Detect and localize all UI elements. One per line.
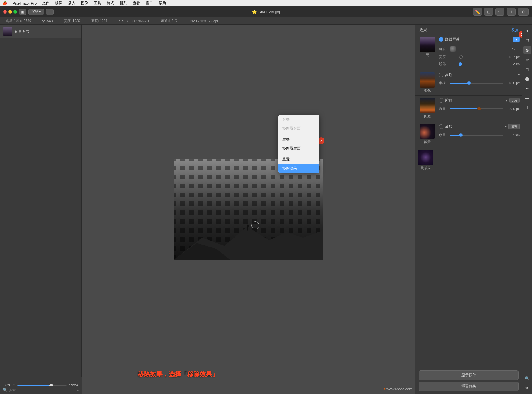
zoom-dropdown-arrow[interactable]: ▾	[506, 98, 508, 102]
menu-view[interactable]: 查看	[130, 0, 142, 6]
effect-zoom-name: 缩放	[445, 98, 504, 103]
effect-rotate-preview: 散景	[418, 124, 437, 144]
add-effect-button[interactable]: 添加	[511, 28, 518, 33]
width-value: 13.7 px	[506, 55, 520, 59]
effect-zoom-checkbox[interactable]	[439, 98, 443, 103]
menu-pixelmator[interactable]: Pixelmator Pro	[10, 0, 39, 6]
menu-format[interactable]: 格式	[105, 0, 116, 6]
effect-rotate-content: 旋转 ▾ 编辑 数量 10%	[439, 124, 520, 139]
rotate-amount-value: 10%	[506, 133, 520, 137]
vignette-width-row: 宽度 13.7 px	[439, 53, 520, 61]
zoom-amount-value: 20.0 px	[506, 107, 520, 111]
effect-rotate-thumb	[420, 124, 435, 139]
effect-blur-content: 高斯 ▾ 半径 10.0 px	[439, 72, 520, 87]
menu-arrange[interactable]: 排列	[118, 0, 129, 6]
menu-insert[interactable]: 插入	[66, 0, 78, 6]
far-right-toolbar: ✦ ⬚ ⊕ ✏ ◻ ⬤ ✒ ▬ T 🔍 ≫	[522, 25, 532, 394]
blur-radius-row: 半径 10.0 px	[439, 80, 520, 87]
menu-bar: 🍎 Pixelmator Pro 文件 编辑 插入 图像 工具 格式 排列 查看…	[0, 0, 532, 6]
select-tool-btn[interactable]: ✦	[523, 27, 531, 35]
effect-rotate-checkbox[interactable]	[439, 124, 443, 129]
zoom-amount-label: 数量	[439, 106, 447, 111]
show-original-btn[interactable]: 显示原件	[419, 370, 519, 380]
image-width: 宽度: 1920	[64, 19, 80, 23]
effect-rotate-edit-btn[interactable]: 编辑	[508, 124, 520, 129]
effect-zoom-row: 闪耀 缩放 ▾ true 数量 20.0 px	[415, 97, 522, 120]
menu-window[interactable]: 窗口	[143, 0, 155, 6]
effect-zoom-content: 缩放 ▾ true 数量 20.0 px	[439, 98, 520, 112]
effects-tool-btn[interactable]: ⊕	[523, 46, 531, 54]
rotate-amount-row: 数量 10%	[439, 132, 520, 139]
share-btn[interactable]: ⬆	[507, 8, 516, 16]
effect-zoom-thumb	[420, 98, 435, 113]
brush-tool-btn[interactable]: ✏️	[473, 8, 482, 16]
zoom-selector[interactable]: 40% ▾	[28, 9, 44, 15]
rotate-dropdown-arrow[interactable]: ▾	[505, 125, 507, 129]
shape-rect-btn[interactable]: ▬	[523, 94, 531, 102]
canvas-bg-halftone	[174, 159, 323, 260]
crop-btn[interactable]: ⊡	[484, 8, 493, 16]
blur-radius-label: 半径	[439, 81, 447, 86]
effect-rotate-name: 旋转	[445, 124, 503, 129]
apple-logo[interactable]: 🍎	[2, 1, 7, 5]
zoom-value: 40%	[31, 10, 38, 14]
vignette-sharpness-row: 锐化 20%	[439, 61, 520, 68]
cursor-y: y: -548	[42, 19, 53, 23]
paint-tool-btn[interactable]: ✏	[523, 56, 531, 64]
section-divider-4	[415, 147, 522, 147]
title-bar: ▣ 40% ▾ + ⭐ Star Field.jpg ✏️ ⊡ ↑□ ⬆ ⚙	[0, 6, 532, 17]
view-toggle[interactable]: ▣	[19, 9, 26, 15]
angle-label: 角度	[439, 47, 447, 52]
effect-zoom-edit-btn[interactable]: true	[509, 98, 520, 103]
text-tool-btn[interactable]: T	[523, 104, 531, 111]
effect-blur-checkbox[interactable]	[439, 73, 443, 77]
zoom-amount-slider[interactable]	[450, 108, 503, 109]
more-effects-row: 曼茶罗	[415, 148, 522, 172]
effect-vignette-checkbox[interactable]: ✓	[439, 37, 443, 42]
effect-vignette-dropdown-btn[interactable]: ▾	[513, 37, 520, 42]
maximize-button[interactable]	[13, 10, 17, 14]
canvas-image	[174, 159, 323, 260]
effect-mandala-thumb	[418, 150, 433, 165]
effect-blur-name-row: 高斯 ▾	[439, 72, 520, 77]
list-icon[interactable]: ≡	[76, 388, 79, 392]
layer-thumbnail	[3, 27, 12, 36]
settings-btn[interactable]: ⚙	[518, 8, 529, 16]
menu-image[interactable]: 图像	[79, 0, 91, 6]
window-title: ⭐ Star Field.jpg	[252, 10, 280, 14]
vignette-width-slider[interactable]	[450, 57, 503, 57]
blur-radius-slider[interactable]	[450, 83, 503, 84]
layer-item[interactable]: 背景图层	[0, 25, 81, 38]
dimensions: 1920 x 1281 72 dpi	[189, 19, 218, 23]
view-toggle-icon: ▣	[21, 10, 24, 14]
color-picker-btn[interactable]: 🔍	[523, 374, 531, 382]
close-button[interactable]	[3, 10, 7, 14]
left-panel: 背景图层 正常 ▲▼ 100% 🔍 ≡	[0, 25, 82, 394]
cursor-x: 光标位置 x: 2739	[6, 19, 31, 23]
menu-file[interactable]: 文件	[40, 0, 52, 6]
minimize-button[interactable]	[8, 10, 12, 14]
menu-edit[interactable]: 编辑	[53, 0, 65, 6]
section-divider-3	[415, 121, 522, 121]
eraser-tool-btn[interactable]: ◻	[523, 65, 531, 73]
canvas-area[interactable]: 移除效果，选择「移除效果」 z www.MacZ.com	[82, 25, 415, 394]
search-input[interactable]	[9, 388, 75, 392]
reset-effects-btn[interactable]: 重置效果	[419, 382, 519, 391]
width-label: 宽度	[439, 55, 447, 59]
menu-tools[interactable]: 工具	[92, 0, 103, 6]
no-effect-label: 无	[426, 53, 429, 57]
rotate-amount-slider[interactable]	[450, 135, 503, 136]
export-btn[interactable]: ↑□	[495, 8, 504, 16]
fill-tool-btn[interactable]: ⬤	[523, 75, 531, 83]
bottom-buttons: 显示原件 重置效果	[415, 368, 522, 394]
add-canvas-button[interactable]: +	[46, 9, 53, 15]
menu-help[interactable]: 帮助	[156, 0, 168, 6]
select-rect-btn[interactable]: ⬚	[523, 37, 531, 44]
expand-btn[interactable]: ≫	[523, 384, 531, 392]
pen-tool-btn[interactable]: ✒	[523, 84, 531, 92]
angle-circle[interactable]	[450, 46, 456, 52]
effect-vignette-preview: 无	[418, 37, 437, 57]
info-bar: 光标位置 x: 2739 y: -548 宽度: 1920 高度: 1281 s…	[0, 17, 532, 25]
effect-rotate-row: 散景 旋转 ▾ 编辑 数量 10%	[415, 122, 522, 145]
blur-dropdown-arrow[interactable]: ▾	[518, 73, 520, 77]
